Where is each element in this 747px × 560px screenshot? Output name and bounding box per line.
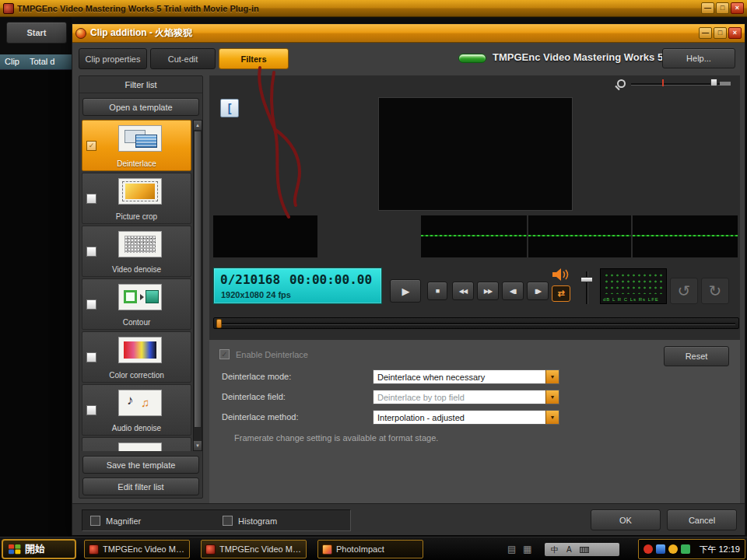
filter-item-picture-crop[interactable]: Picture crop (82, 173, 191, 224)
deinterlace-checkbox[interactable]: ✓ (86, 141, 96, 151)
help-button[interactable]: Help... (662, 48, 735, 68)
timeline-thumbnail (213, 215, 317, 257)
ime-mode-indicator[interactable]: A (566, 545, 572, 554)
filter-item-partial[interactable] (82, 437, 191, 451)
dropdown-arrow-icon[interactable]: ▼ (545, 370, 559, 383)
dialog-maximize-icon[interactable]: □ (714, 27, 727, 39)
video-preview (378, 97, 573, 211)
scroll-down-icon[interactable]: ▼ (194, 441, 202, 450)
start-tab-button[interactable]: Start (6, 22, 67, 44)
zoom-icon (617, 79, 626, 88)
seek-bar-handle[interactable] (216, 319, 222, 328)
stop-button[interactable]: ■ (427, 282, 447, 300)
color-correction-filter-icon (118, 337, 162, 363)
picture-crop-checkbox[interactable] (86, 194, 96, 204)
tab-filters[interactable]: Filters (219, 48, 289, 69)
scrollbar-thumb[interactable] (194, 131, 202, 428)
language-bar[interactable]: 中 A (545, 543, 619, 556)
tmpgenc-icon (89, 544, 99, 555)
meter-dots (604, 272, 663, 294)
volume-slider[interactable] (578, 271, 595, 304)
close-icon[interactable]: × (731, 2, 744, 14)
contour-checkbox[interactable] (86, 299, 96, 310)
audio-level-meter: dB L R C Ls Rs LFE (600, 268, 667, 304)
tmpgenc-icon (205, 544, 216, 555)
audio-denoise-checkbox[interactable] (86, 405, 96, 415)
dialog-footer: Magnifier Histogram OK Cancel (72, 503, 745, 535)
open-template-button[interactable]: Open a template (82, 98, 199, 116)
filter-list-panel: Filter list Open a template ✓ Deinterlac… (79, 75, 203, 499)
start-menu-button[interactable]: 開始 (2, 539, 76, 559)
dropdown-arrow-icon: ▼ (545, 390, 559, 404)
taskbar-item-label: PhotoImpact (336, 544, 384, 554)
main-window-title: TMPGEnc Video Mastering Works 5 Trial wi… (17, 4, 698, 13)
tab-cut-edit[interactable]: Cut-edit (150, 48, 216, 69)
deinterlace-method-select[interactable]: Interpolation - adjusted ▼ (373, 410, 559, 425)
clip-column-header: Clip (5, 57, 19, 66)
histogram-checkbox[interactable] (223, 516, 233, 526)
filter-item-contour[interactable]: Contour (82, 278, 191, 330)
scroll-up-icon[interactable]: ▲ (194, 121, 202, 130)
zoom-slider-handle[interactable] (710, 79, 717, 86)
reset-button[interactable]: Reset (664, 346, 729, 366)
previous-frame-button[interactable]: ◀▮ (502, 282, 524, 300)
tray-panel2-icon[interactable]: ▦ (523, 544, 531, 555)
color-correction-checkbox[interactable] (86, 352, 96, 362)
preview-area: [ 0/210168 00:00:00.00 1920x1080 24 fps … (209, 75, 740, 340)
filter-item-label: Video denoise (82, 265, 191, 274)
taskbar-item-photoimpact[interactable]: PhotoImpact (317, 540, 423, 558)
frame-counter: 0/210168 (220, 272, 280, 287)
cancel-button[interactable]: Cancel (667, 509, 737, 530)
tray-icon-1[interactable] (644, 544, 653, 554)
tray-icon-2[interactable] (656, 544, 665, 554)
minimize-icon[interactable]: — (701, 2, 714, 14)
filter-list-scrollbar[interactable]: ▲ ▼ (193, 120, 202, 451)
ime-language-indicator[interactable]: 中 (551, 544, 559, 555)
brand-logo (458, 54, 486, 63)
dialog-close-icon[interactable]: × (728, 27, 742, 39)
dialog-minimize-icon[interactable]: — (699, 27, 712, 39)
volume-slider-knob[interactable] (580, 277, 593, 282)
deinterlace-mode-select[interactable]: Deinterlace when necessary ▼ (373, 369, 559, 384)
tray-icon-4[interactable] (681, 544, 690, 554)
app-icon (3, 3, 14, 14)
rewind-button[interactable]: ◀◀ (452, 282, 474, 300)
taskbar-item-tmpgenc-2[interactable]: TMPGEnc Video Mas... (201, 540, 307, 558)
ok-button[interactable]: OK (591, 509, 661, 530)
taskbar: 開始 TMPGEnc Video Mas... TMPGEnc Video Ma… (0, 537, 747, 560)
maximize-icon[interactable]: □ (716, 2, 729, 14)
filter-item-audio-denoise[interactable]: ♪♫ Audio denoise (82, 384, 191, 436)
taskbar-item-tmpgenc-1[interactable]: TMPGEnc Video Mas... (84, 540, 190, 558)
rotate-left-icon[interactable]: ↺ (670, 278, 698, 304)
magnifier-checkbox[interactable] (90, 516, 100, 526)
deinterlace-field-label: Deinterlace field: (222, 392, 286, 401)
dialog-icon (75, 28, 86, 39)
play-button[interactable]: ▶ (390, 279, 421, 303)
loop-playback-button[interactable]: ⇄ (552, 285, 570, 302)
keyboard-icon (580, 547, 589, 553)
filter-item-color-correction[interactable]: Color correction (82, 331, 191, 383)
next-frame-button[interactable]: ▮▶ (527, 282, 549, 300)
seek-bar-track (217, 323, 735, 325)
edit-filter-list-button[interactable]: Edit filter list (82, 478, 199, 495)
filter-item-deinterlace[interactable]: ✓ Deinterlace (82, 120, 191, 171)
dropdown-arrow-icon[interactable]: ▼ (545, 411, 559, 424)
contour-filter-icon (118, 284, 162, 310)
save-template-button[interactable]: Save the template (82, 456, 199, 474)
tray-panel-icon[interactable]: ▤ (507, 544, 516, 555)
rotate-right-icon[interactable]: ↻ (701, 278, 729, 304)
taskbar-clock: 下午 12:19 (699, 544, 740, 555)
windows-logo-icon (9, 544, 21, 555)
speaker-icon[interactable] (552, 268, 570, 282)
fast-forward-button[interactable]: ▶▶ (477, 282, 499, 300)
seek-bar[interactable] (213, 317, 739, 329)
video-denoise-checkbox[interactable] (86, 247, 96, 257)
audio-waveform (528, 235, 631, 236)
deinterlace-field-value: Deinterlace by top field (377, 393, 465, 402)
main-left-panel: Start Clip Total d (0, 17, 72, 537)
filter-item-video-denoise[interactable]: Video denoise (82, 226, 191, 277)
tray-icon-3[interactable] (668, 544, 678, 554)
tab-clip-properties[interactable]: Clip properties (79, 48, 147, 69)
audio-waveform (421, 235, 527, 236)
screen-split-icon[interactable]: [ (220, 99, 239, 117)
